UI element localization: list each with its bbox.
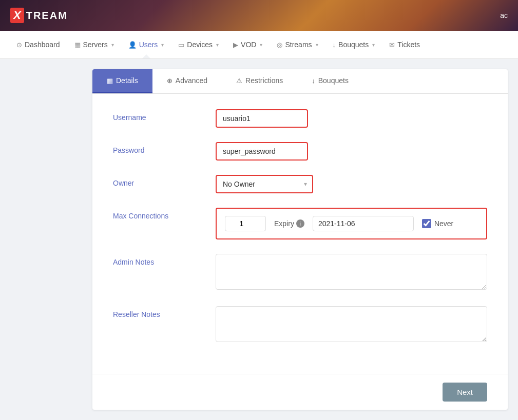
vod-icon: ▶	[233, 41, 238, 49]
expiry-date-input[interactable]	[313, 216, 414, 231]
tab-bar: ▦ Details ⊕ Advanced ⚠ Restrictions ↓ Bo…	[92, 69, 508, 94]
nav-item-streams[interactable]: ◎ Streams ▾	[271, 31, 324, 58]
chevron-down-icon: ▾	[161, 42, 164, 48]
max-connections-label: Max Connections	[113, 208, 216, 220]
logo-tream: TREAM	[26, 10, 68, 22]
dashboard-icon: ⊙	[16, 41, 22, 49]
users-icon: 👤	[128, 41, 137, 49]
bouquets-tab-icon: ↓	[312, 77, 315, 85]
header: X TREAM ac	[0, 0, 518, 31]
streams-icon: ◎	[277, 41, 282, 49]
username-input[interactable]	[217, 110, 307, 127]
restrictions-tab-icon: ⚠	[236, 77, 242, 85]
password-control	[216, 142, 487, 161]
tab-advanced[interactable]: ⊕ Advanced	[152, 69, 222, 93]
details-tab-icon: ▦	[107, 77, 113, 85]
nav-item-bouquets[interactable]: ↓ Bouquets ▾	[327, 31, 381, 58]
admin-notes-row: Admin Notes	[113, 254, 487, 292]
form-card: ▦ Details ⊕ Advanced ⚠ Restrictions ↓ Bo…	[92, 69, 508, 410]
expiry-label: Expiry i	[274, 219, 304, 228]
nav-item-servers[interactable]: ▦ Servers ▾	[68, 31, 120, 58]
form-body: Username Password Owner	[92, 94, 508, 374]
chevron-down-icon: ▾	[216, 42, 219, 48]
nav-label-devices: Devices	[187, 41, 213, 49]
main-content: ▦ Details ⊕ Advanced ⚠ Restrictions ↓ Bo…	[0, 59, 518, 420]
tickets-icon: ✉	[389, 41, 395, 49]
servers-icon: ▦	[74, 41, 81, 49]
connections-box: Expiry i Never	[216, 208, 487, 239]
nav-label-users: Users	[139, 41, 158, 49]
username-label: Username	[113, 109, 216, 122]
reseller-notes-label: Reseller Notes	[113, 306, 216, 318]
nav-label-dashboard: Dashboard	[25, 41, 60, 49]
owner-select[interactable]: No Owner	[217, 176, 312, 192]
password-label: Password	[113, 142, 216, 154]
nav-item-dashboard[interactable]: ⊙ Dashboard	[10, 31, 66, 58]
reseller-notes-textarea[interactable]	[216, 306, 487, 342]
nav-label-servers: Servers	[83, 41, 108, 49]
username-control	[216, 109, 487, 128]
form-footer: Next	[92, 374, 508, 410]
next-button[interactable]: Next	[443, 383, 487, 402]
reseller-notes-row: Reseller Notes	[113, 306, 487, 344]
nav-item-users[interactable]: 👤 Users ▾	[122, 31, 170, 58]
admin-notes-textarea[interactable]	[216, 254, 487, 290]
nav-label-vod: VOD	[241, 41, 256, 49]
password-input[interactable]	[217, 143, 307, 159]
tab-bouquets[interactable]: ↓ Bouquets	[297, 69, 363, 93]
nav-label-bouquets: Bouquets	[338, 41, 369, 49]
never-wrapper: Never	[422, 219, 453, 228]
never-checkbox[interactable]	[422, 219, 431, 228]
nav-label-streams: Streams	[285, 41, 312, 49]
info-icon[interactable]: i	[296, 219, 304, 228]
chevron-down-icon: ▾	[260, 42, 262, 48]
reseller-notes-control	[216, 306, 487, 344]
owner-control: No Owner ▾	[216, 175, 487, 193]
logo-x: X	[10, 8, 24, 23]
nav-item-tickets[interactable]: ✉ Tickets	[383, 31, 426, 58]
tab-restrictions-label: Restrictions	[245, 76, 283, 85]
max-connections-input[interactable]	[225, 216, 266, 231]
chevron-down-icon: ▾	[372, 42, 375, 48]
chevron-down-icon: ▾	[316, 42, 318, 48]
logo[interactable]: X TREAM	[10, 8, 68, 23]
never-label: Never	[434, 219, 453, 228]
tab-details-label: Details	[116, 76, 138, 85]
tab-bouquets-label: Bouquets	[318, 76, 349, 85]
bouquets-icon: ↓	[333, 41, 336, 49]
nav-item-vod[interactable]: ▶ VOD ▾	[227, 31, 268, 58]
nav-item-devices[interactable]: ▭ Devices ▾	[172, 31, 225, 58]
max-connections-row: Max Connections Expiry i Never	[113, 208, 487, 239]
owner-row: Owner No Owner ▾	[113, 175, 487, 193]
nav-label-tickets: Tickets	[397, 41, 420, 49]
header-user: ac	[500, 11, 508, 19]
tab-restrictions[interactable]: ⚠ Restrictions	[222, 69, 297, 93]
owner-label: Owner	[113, 175, 216, 187]
admin-notes-control	[216, 254, 487, 292]
advanced-tab-icon: ⊕	[167, 77, 172, 85]
password-row: Password	[113, 142, 487, 161]
admin-notes-label: Admin Notes	[113, 254, 216, 266]
tab-advanced-label: Advanced	[176, 76, 207, 85]
devices-icon: ▭	[178, 41, 184, 49]
tab-details[interactable]: ▦ Details	[92, 69, 152, 93]
chevron-down-icon: ▾	[111, 42, 114, 48]
username-row: Username	[113, 109, 487, 128]
main-nav: ⊙ Dashboard ▦ Servers ▾ 👤 Users ▾ ▭ Devi…	[0, 31, 518, 59]
